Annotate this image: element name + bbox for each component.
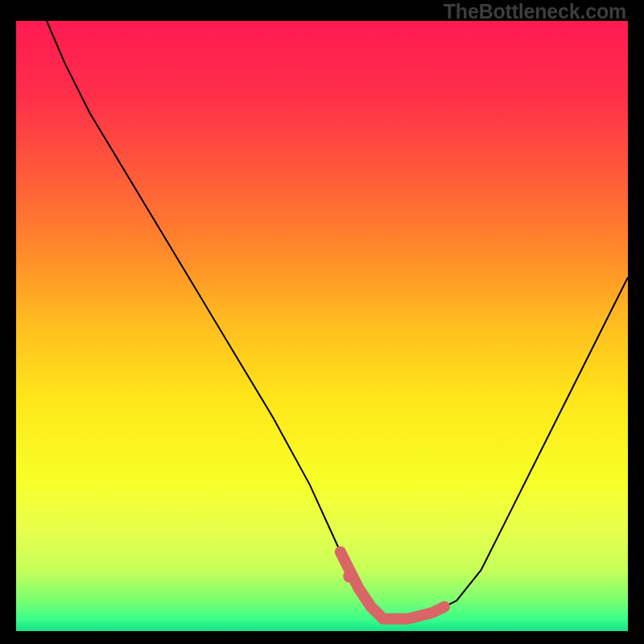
chart-frame: TheBottleneck.com xyxy=(0,0,644,644)
watermark-text: TheBottleneck.com xyxy=(444,0,626,23)
highlight-dot xyxy=(343,570,356,583)
gradient-background xyxy=(16,21,628,631)
plot-area xyxy=(16,21,628,631)
chart-svg xyxy=(16,21,628,631)
